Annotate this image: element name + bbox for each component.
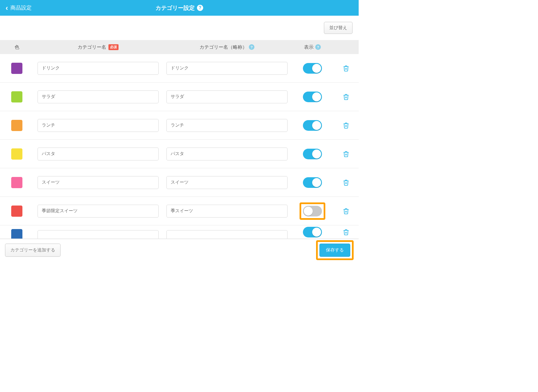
color-swatch[interactable] — [11, 63, 22, 74]
category-row — [0, 111, 359, 140]
category-name-input[interactable] — [38, 148, 159, 160]
help-icon[interactable]: ? — [315, 44, 321, 50]
display-toggle[interactable] — [303, 149, 322, 159]
category-short-input[interactable] — [166, 62, 287, 75]
trash-icon[interactable] — [343, 65, 349, 72]
save-highlight: 保存する — [316, 240, 354, 260]
trash-icon[interactable] — [343, 208, 349, 214]
category-row — [0, 140, 359, 168]
color-swatch[interactable] — [11, 120, 22, 131]
category-short-input[interactable] — [166, 119, 287, 132]
color-swatch[interactable] — [11, 206, 22, 217]
save-button[interactable]: 保存する — [319, 244, 350, 257]
category-name-input[interactable] — [38, 176, 159, 189]
category-short-input[interactable] — [166, 90, 287, 103]
color-swatch[interactable] — [11, 177, 22, 188]
toolbar: 並び替え — [0, 16, 359, 40]
category-row — [0, 225, 359, 239]
category-name-input[interactable] — [38, 62, 159, 75]
category-row — [0, 54, 359, 83]
app-header: ‹ 商品設定 カテゴリー設定 ? — [0, 0, 359, 16]
category-short-input[interactable] — [166, 230, 287, 239]
display-toggle[interactable] — [303, 120, 322, 131]
category-name-input[interactable] — [38, 205, 159, 218]
category-name-input[interactable] — [38, 230, 159, 239]
toggle-highlight — [300, 202, 325, 220]
back-label: 商品設定 — [10, 4, 32, 11]
display-toggle[interactable] — [303, 206, 322, 216]
col-header-color: 色 — [0, 44, 34, 50]
trash-icon[interactable] — [343, 94, 349, 100]
trash-icon[interactable] — [343, 229, 349, 235]
category-short-input[interactable] — [166, 148, 287, 160]
add-category-button[interactable]: カテゴリーを追加する — [5, 244, 61, 257]
trash-icon[interactable] — [343, 122, 349, 129]
help-icon[interactable]: ? — [249, 44, 254, 50]
color-swatch[interactable] — [11, 91, 22, 102]
help-icon[interactable]: ? — [197, 5, 203, 11]
page-title: カテゴリー設定 ? — [156, 4, 203, 12]
col-header-display: 表示 ? — [291, 44, 333, 50]
col-header-name: カテゴリー名 必須 — [34, 44, 163, 50]
sort-button[interactable]: 並び替え — [324, 22, 353, 34]
table-header: 色 カテゴリー名 必須 カテゴリー名（略称） ? 表示 ? — [0, 40, 359, 54]
color-swatch[interactable] — [11, 148, 22, 160]
category-row — [0, 168, 359, 197]
footer-bar: カテゴリーを追加する 保存する — [0, 239, 359, 261]
category-name-input[interactable] — [38, 90, 159, 103]
category-row — [0, 197, 359, 225]
back-button[interactable]: ‹ 商品設定 — [0, 4, 32, 12]
display-toggle[interactable] — [303, 177, 322, 188]
display-toggle[interactable] — [303, 63, 322, 74]
category-name-input[interactable] — [38, 119, 159, 132]
trash-icon[interactable] — [343, 179, 349, 186]
category-short-input[interactable] — [166, 205, 287, 218]
category-short-input[interactable] — [166, 176, 287, 189]
required-badge: 必須 — [108, 44, 119, 50]
col-header-short: カテゴリー名（略称） ? — [163, 44, 291, 50]
category-row — [0, 83, 359, 111]
chevron-left-icon: ‹ — [6, 4, 8, 12]
category-rows — [0, 54, 359, 239]
color-swatch[interactable] — [11, 229, 22, 239]
trash-icon[interactable] — [343, 151, 349, 157]
display-toggle[interactable] — [303, 92, 322, 102]
display-toggle[interactable] — [303, 227, 322, 237]
